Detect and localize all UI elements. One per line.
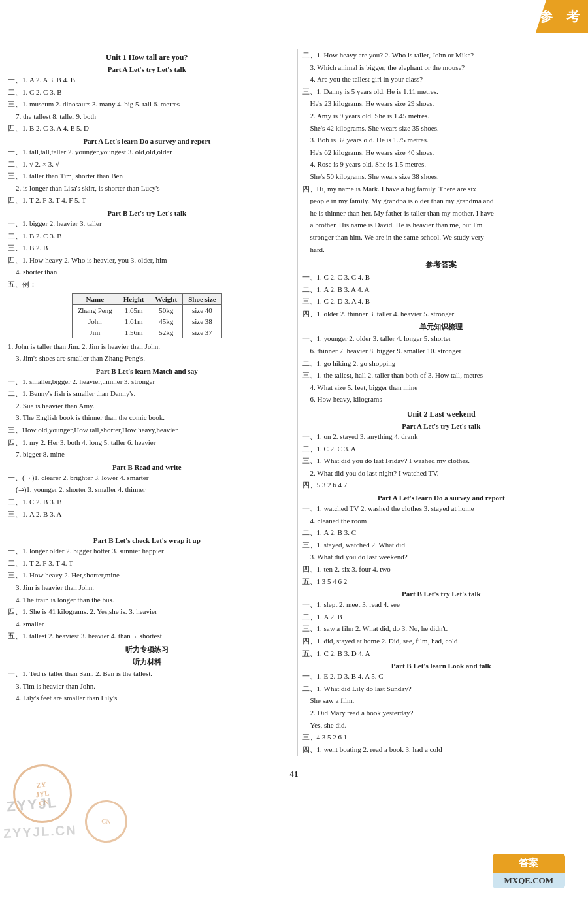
san-al2-2: 3. What did you do last weekend? bbox=[301, 551, 582, 563]
yi-r1: 一、1. C 2. C 3. C 4. B bbox=[301, 272, 582, 284]
partB-read-title: Part B Read and write bbox=[7, 463, 287, 471]
si3-1: 四、1. How heavy 2. Who is heavier, you 3.… bbox=[7, 255, 287, 267]
yi-d1: 一、1. younger 2. older 3. taller 4. longe… bbox=[301, 333, 582, 345]
yi-al2-2: 4. cleaned the room bbox=[301, 515, 582, 527]
er-bt2: 二、1. A 2. B bbox=[301, 611, 582, 623]
er-bl2-4: Yes, she did. bbox=[301, 720, 582, 732]
er4-2: 2. Sue is heavier than Amy. bbox=[7, 400, 287, 412]
page-number: — 41 — bbox=[0, 769, 588, 779]
col-shoe: Shoe size bbox=[183, 293, 221, 304]
si-right2: people in my family. My grandpa is older… bbox=[301, 195, 582, 207]
col-weight: Weight bbox=[150, 293, 183, 304]
ting-title: 听力专项练习 bbox=[7, 645, 287, 655]
left-column: Unit 1 How tall are you? Part A Let's tr… bbox=[7, 49, 291, 756]
si4: 四、1. my 2. Her 3. both 4. long 5. taller… bbox=[7, 437, 287, 449]
example-table: Name Height Weight Shoe size Zhang Peng … bbox=[72, 293, 222, 338]
san-d3: 6. How heavy, kilograms bbox=[301, 394, 582, 406]
yi-u2: 一、1. on 2. stayed 3. anything 4. drank bbox=[301, 431, 582, 443]
table-row: John 1.61m 45kg size 38 bbox=[72, 316, 221, 327]
san-d2: 4. What size 5. feet, bigger than mine bbox=[301, 382, 582, 394]
si-right1: 四、Hi, my name is Mark. I have a big fami… bbox=[301, 184, 582, 195]
er1: 二、1. C 2. C 3. B bbox=[7, 87, 287, 99]
yi6: 一、1. longer older 2. bigger hotter 3. su… bbox=[7, 545, 287, 557]
table-row: Jim 1.56m 52kg size 37 bbox=[72, 327, 221, 338]
san2-1: 三、1. taller than Tim, shorter than Ben bbox=[7, 170, 287, 182]
ref-ans-title: 参考答案 bbox=[301, 259, 582, 270]
watermark-badge: 答案 MXQE.COM bbox=[493, 854, 565, 888]
watermark-stamp-left2: CN bbox=[83, 798, 129, 844]
ting-sub: 听力材料 bbox=[7, 657, 287, 667]
si6-1: 四、1. She is 41 kilograms. 2. Yes,she is.… bbox=[7, 606, 287, 618]
partA-try-talk-title: Part A Let's try Let's talk bbox=[7, 65, 287, 73]
si2: 四、1. T 2. F 3. T 4. F 5. T bbox=[7, 195, 287, 206]
si-u2: 四、5 3 2 6 4 7 bbox=[301, 479, 582, 491]
si4-2: 7. bigger 8. mine bbox=[7, 449, 287, 461]
danyuan-title: 单元知识梳理 bbox=[301, 322, 582, 332]
san4: 三、How old,younger,How tall,shorter,How h… bbox=[7, 425, 287, 436]
yi3: 一、1. bigger 2. heavier 3. taller bbox=[7, 218, 287, 230]
san-r1: 三、1. C 2. D 3. A 4. B bbox=[301, 296, 582, 308]
san6-3: 4. The train is longer than the bus. bbox=[7, 594, 287, 606]
san-right8: She's 50 kilograms. She wears size 38 sh… bbox=[301, 171, 582, 183]
yi-bl2: 一、1. E 2. D 3. B 4. A 5. C bbox=[301, 671, 582, 683]
watermark-ans-text: 答案 bbox=[519, 858, 538, 868]
er-right3: 4. Are you the tallest girl in your clas… bbox=[301, 74, 582, 86]
san-right3: 2. Amy is 9 years old. She is 1.45 metre… bbox=[301, 110, 582, 122]
er4-1: 二、1. Benny's fish is smaller than Danny'… bbox=[7, 388, 287, 400]
main-content: Unit 1 How tall are you? Part A Let's tr… bbox=[0, 49, 588, 756]
page: 参 考 Unit 1 How tall are you? Part A Let'… bbox=[0, 0, 588, 908]
san-right7: 4. Rose is 9 years old. She is 1.5 metre… bbox=[301, 159, 582, 170]
san-right4: She's 42 kilograms. She wears size 35 sh… bbox=[301, 123, 582, 135]
watermark-text-left2: ZYYJL.CN bbox=[3, 822, 77, 841]
si-right5: stronger than him. We are in the same sc… bbox=[301, 232, 582, 244]
si-al2: 四、1. ten 2. six 3. four 4. two bbox=[301, 564, 582, 576]
san-right5: 3. Bob is 32 years old. He is 1.75 metre… bbox=[301, 135, 582, 146]
partB2-try-title: Part B Let's try Let's talk bbox=[301, 590, 582, 598]
table-note1: 1. John is taller than Jim. 2. Jim is he… bbox=[7, 341, 287, 353]
er6: 二、1. T 2. F 3. T 4. T bbox=[7, 558, 287, 570]
partA2-learn-title: Part A Let's learn Do a survey and repor… bbox=[301, 494, 582, 502]
si-bl2: 四、1. went boating 2. read a book 3. had … bbox=[301, 744, 582, 756]
si-bt2: 四、1. did, stayed at home 2. Did, see, fi… bbox=[301, 636, 582, 647]
watermark-site-text: MXQE.COM bbox=[504, 875, 553, 885]
wu-al2: 五、1 3 5 4 6 2 bbox=[301, 576, 582, 588]
san-right1: 三、1. Danny is 5 years old. He is 1.11 me… bbox=[301, 86, 582, 98]
table-row: Zhang Peng 1.65m 50kg size 40 bbox=[72, 304, 221, 316]
col-name: Name bbox=[72, 293, 118, 304]
si-right4: a brother. His name is David. He is heav… bbox=[301, 219, 582, 231]
partB-check-title: Part B Let's check Let's wrap it up bbox=[7, 536, 287, 544]
yi-bt2: 一、1. slept 2. meet 3. read 4. see bbox=[301, 599, 582, 611]
san6-2: 3. Jim is heavier than John. bbox=[7, 582, 287, 594]
san6-1: 三、1. How heavy 2. Her,shorter,mine bbox=[7, 570, 287, 581]
si-right3: he is thinner than her. My father is tal… bbox=[301, 208, 582, 219]
si3-2: 4. shorter than bbox=[7, 267, 287, 278]
yi4: 一、1. smaller,bigger 2. heavier,thinner 3… bbox=[7, 376, 287, 388]
unit1-title: Unit 1 How tall are you? bbox=[7, 53, 287, 63]
er3: 二、1. B 2. C 3. B bbox=[7, 231, 287, 242]
watermark-stamp-left: ZYJYLCN bbox=[9, 760, 76, 827]
partB-learn-title: Part B Let's learn Match and say bbox=[7, 367, 287, 375]
corner-tag: 参 考 bbox=[536, 0, 588, 33]
san1: 三、1. museum 2. dinosaurs 3. many 4. big … bbox=[7, 99, 287, 110]
yi5-2: (⇒)1. younger 2. shorter 3. smaller 4. t… bbox=[7, 484, 287, 496]
san-bt2-1: 三、1. saw a film 2. What did, do 3. No, h… bbox=[301, 623, 582, 635]
san2-2: 2. is longer than Lisa's skirt, is short… bbox=[7, 183, 287, 195]
yi2-2: 二、1. √ 2. × 3. √ bbox=[7, 159, 287, 170]
san-right2: He's 23 kilograms. He wears size 29 shoe… bbox=[301, 98, 582, 110]
partB2-learn-title: Part B Let's learn Look and talk bbox=[301, 662, 582, 670]
si-right6: hard. bbox=[301, 244, 582, 256]
wu6: 五、1. tallest 2. heaviest 3. heavier 4. t… bbox=[7, 630, 287, 642]
yi1: 一、1. A 2. A 3. B 4. B bbox=[7, 74, 287, 86]
partA2-try-title: Part A Let's try Let's talk bbox=[301, 422, 582, 430]
san5: 三、1. A 2. B 3. A bbox=[7, 509, 287, 521]
wu-bt2: 五、1. C 2. B 3. D 4. A bbox=[301, 648, 582, 660]
san-al2-1: 三、1. stayed, watched 2. What did bbox=[301, 540, 582, 551]
yi-al2: 一、1. watched TV 2. washed the clothes 3.… bbox=[301, 503, 582, 515]
er-r1: 二、1. A 2. B 3. A 4. A bbox=[301, 284, 582, 296]
si6-2: 4. smaller bbox=[7, 619, 287, 630]
san2: 7. the tallest 8. taller 9. both bbox=[7, 111, 287, 123]
si1: 四、1. B 2. C 3. A 4. E 5. D bbox=[7, 123, 287, 135]
wu-li-label: 五、例： bbox=[7, 279, 287, 291]
san-u2-2: 2. What did you do last night? I watched… bbox=[301, 468, 582, 479]
er5: 二、1. C 2. B 3. B bbox=[7, 496, 287, 508]
